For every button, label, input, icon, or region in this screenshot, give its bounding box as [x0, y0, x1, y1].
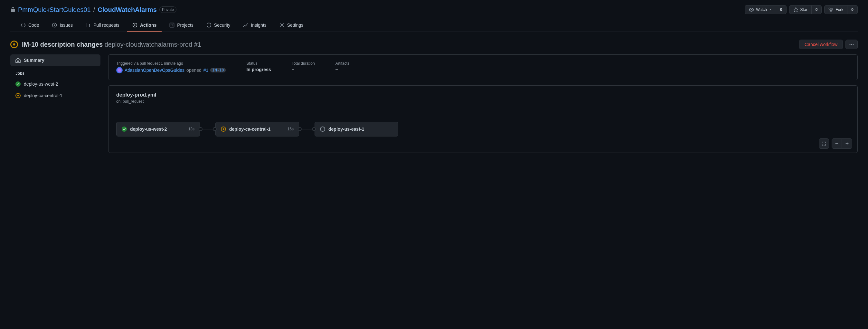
- actor-avatar[interactable]: [116, 67, 123, 73]
- svg-point-5: [850, 44, 850, 45]
- tab-pulls[interactable]: Pull requests: [81, 19, 125, 32]
- gear-icon: [279, 23, 285, 28]
- run-status-inprogress-icon: [10, 40, 18, 48]
- run-sidebar: Summary Jobs deploy-us-west-2 deploy-ca-…: [10, 55, 100, 153]
- graph-job-deploy-ca-central-1[interactable]: deploy-ca-central-1 16s: [215, 122, 299, 136]
- star-label: Star: [800, 7, 807, 12]
- graph-job-time: 16s: [287, 127, 293, 131]
- workflow-on: on: pull_request: [116, 99, 850, 104]
- tab-security-label: Security: [214, 23, 230, 28]
- star-count[interactable]: 0: [812, 5, 822, 14]
- status-inprogress-icon: [221, 127, 226, 132]
- sidebar-jobs-header: Jobs: [10, 66, 100, 78]
- graph-connector: [200, 129, 215, 129]
- fork-button[interactable]: Fork: [824, 5, 847, 14]
- status-success-icon: [122, 127, 127, 132]
- star-button[interactable]: Star: [789, 5, 812, 14]
- tab-actions[interactable]: Actions: [127, 19, 162, 32]
- graph-job-name: deploy-us-east-1: [329, 127, 390, 132]
- svg-point-7: [853, 44, 854, 45]
- tab-pulls-label: Pull requests: [93, 23, 119, 28]
- code-icon: [21, 23, 26, 28]
- graph-job-name: deploy-us-west-2: [130, 127, 185, 132]
- run-more-button[interactable]: [845, 40, 858, 49]
- opened-word: opened: [186, 68, 202, 73]
- run-title: IM-10 description changes deploy-cloudwa…: [22, 41, 201, 48]
- status-label: Status: [246, 61, 271, 66]
- workflow-graph: deploy-prod.yml on: pull_request deploy-…: [108, 85, 858, 153]
- repo-owner-link[interactable]: PmmQuickStartGuides01: [18, 6, 91, 13]
- graph-job-time: 13s: [188, 127, 194, 131]
- duration-value: –: [292, 67, 315, 72]
- fork-label: Fork: [835, 7, 843, 12]
- fullscreen-button[interactable]: [819, 138, 829, 149]
- graph-job-deploy-us-west-2[interactable]: deploy-us-west-2 13s: [116, 122, 200, 136]
- watch-button[interactable]: Watch: [745, 5, 776, 14]
- repo-action-buttons: Watch 0 Star 0 Fork 0: [745, 5, 858, 14]
- home-icon: [16, 58, 21, 63]
- status-success-icon: [16, 81, 21, 87]
- tab-actions-label: Actions: [140, 23, 156, 28]
- graph-job-name: deploy-ca-central-1: [229, 127, 284, 132]
- tab-code[interactable]: Code: [16, 19, 44, 32]
- repo-name-link[interactable]: CloudWatchAlarms: [98, 6, 157, 13]
- tab-issues[interactable]: Issues: [47, 19, 78, 32]
- actor-link[interactable]: AtlassianOpenDevOpsGuides: [125, 68, 184, 73]
- watch-label: Watch: [756, 7, 767, 12]
- sidebar-summary-label: Summary: [24, 58, 44, 63]
- status-inprogress-icon: [16, 93, 21, 98]
- breadcrumb-separator: /: [93, 6, 95, 13]
- repo-nav: Code Issues Pull requests Actions Projec…: [10, 19, 858, 32]
- pr-number-link[interactable]: #1: [204, 68, 209, 73]
- watch-count[interactable]: 0: [776, 5, 786, 14]
- tab-projects-label: Projects: [177, 23, 193, 28]
- run-title-strong: IM-10 description changes: [22, 41, 103, 48]
- projects-icon: [169, 23, 175, 28]
- tab-code-label: Code: [28, 23, 39, 28]
- star-icon: [793, 7, 799, 12]
- svg-point-4: [281, 25, 283, 26]
- tab-projects[interactable]: Projects: [164, 19, 199, 32]
- tab-insights-label: Insights: [251, 23, 266, 28]
- shield-icon: [206, 23, 212, 28]
- trigger-label: Triggered via pull request 1 minute ago: [116, 61, 226, 66]
- graph-connector: [299, 129, 315, 129]
- artifacts-value: –: [336, 67, 349, 72]
- graph-job-deploy-us-east-1[interactable]: deploy-us-east-1: [315, 122, 398, 136]
- zoom-out-button[interactable]: [832, 138, 842, 149]
- issues-icon: [52, 23, 57, 28]
- chevron-down-icon: [769, 8, 772, 11]
- actions-icon: [132, 23, 137, 28]
- pulls-icon: [86, 23, 91, 28]
- status-queued-icon: [320, 127, 325, 132]
- svg-point-6: [851, 44, 852, 45]
- lock-icon: [10, 7, 16, 12]
- zoom-in-button[interactable]: [842, 138, 852, 149]
- tab-settings[interactable]: Settings: [274, 19, 309, 32]
- eye-icon: [749, 7, 754, 12]
- fullscreen-icon: [822, 141, 826, 146]
- sidebar-summary[interactable]: Summary: [10, 55, 100, 66]
- status-value: In progress: [246, 67, 271, 72]
- svg-point-1: [54, 25, 55, 26]
- sidebar-job-label: deploy-us-west-2: [24, 81, 58, 87]
- workflow-file-title: deploy-prod.yml: [116, 92, 850, 98]
- sidebar-job-label: deploy-ca-central-1: [24, 93, 62, 98]
- graph-icon: [243, 23, 248, 28]
- cancel-workflow-button[interactable]: Cancel workflow: [799, 40, 843, 49]
- privacy-badge: Private: [159, 6, 177, 13]
- artifacts-label: Artifacts: [336, 61, 349, 66]
- sidebar-job-deploy-us-west-2[interactable]: deploy-us-west-2: [10, 78, 100, 90]
- repo-title: PmmQuickStartGuides01 / CloudWatchAlarms…: [10, 6, 177, 13]
- tab-security[interactable]: Security: [201, 19, 236, 32]
- tab-insights[interactable]: Insights: [238, 19, 271, 32]
- fork-count[interactable]: 0: [847, 5, 858, 14]
- branch-badge[interactable]: IM-10: [210, 68, 226, 72]
- sidebar-job-deploy-ca-central-1[interactable]: deploy-ca-central-1: [10, 90, 100, 101]
- run-summary-card: Triggered via pull request 1 minute ago …: [108, 55, 858, 80]
- kebab-icon: [849, 42, 854, 47]
- minus-icon: [835, 141, 839, 146]
- plus-icon: [845, 141, 849, 146]
- run-subtitle: deploy-cloudwatchalarms-prod #1: [105, 41, 201, 48]
- tab-settings-label: Settings: [287, 23, 304, 28]
